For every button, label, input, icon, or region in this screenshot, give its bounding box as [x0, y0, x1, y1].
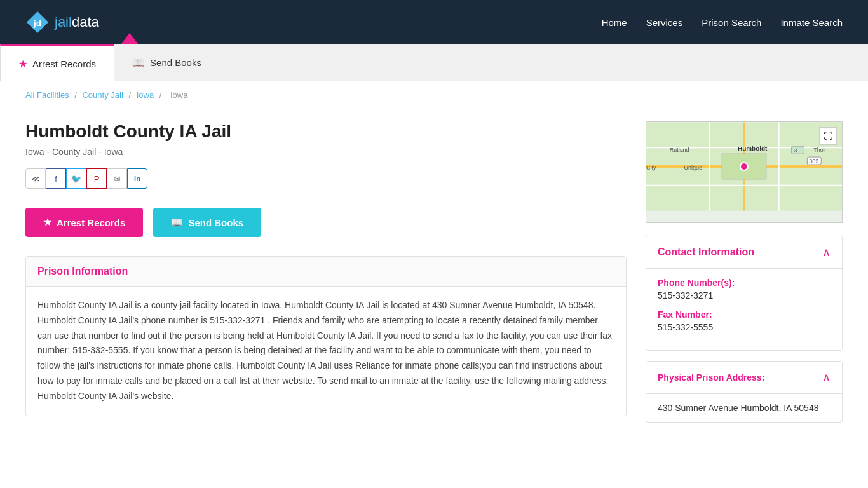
address-card-body: 430 Sumner Avenue Humboldt, IA 50548: [646, 394, 842, 422]
contact-card-title: Contact Information: [658, 247, 754, 258]
breadcrumb-sep-3: /: [159, 90, 164, 100]
breadcrumb-sep-1: /: [74, 90, 79, 100]
brand-logo[interactable]: jd jaildata: [25, 10, 99, 34]
contact-card-body: Phone Number(s): 515-332-3271 Fax Number…: [646, 269, 842, 350]
tab-arrest-records[interactable]: ★ Arrest Records: [0, 44, 114, 81]
nav-links: Home Services Prison Search Inmate Searc…: [602, 17, 843, 28]
address-card-header: Physical Prison Address: ∧: [646, 362, 842, 394]
page-subtitle: Iowa - County Jail - Iowa: [25, 147, 627, 157]
nav-home[interactable]: Home: [602, 17, 627, 28]
star-icon: ★: [18, 58, 27, 70]
arrest-records-button[interactable]: ★ Arrest Records: [25, 208, 143, 237]
breadcrumb-sep-2: /: [128, 90, 133, 100]
prison-info-card: Prison Information Humboldt County IA Ja…: [25, 256, 627, 416]
address-chevron-icon[interactable]: ∧: [822, 370, 831, 384]
fax-value: 515-332-5555: [658, 322, 831, 332]
left-column: Humboldt County IA Jail Iowa - County Ja…: [25, 121, 627, 423]
tab-arrest-records-label: Arrest Records: [32, 58, 96, 69]
breadcrumb-all-facilities[interactable]: All Facilities: [25, 90, 69, 100]
prison-info-header: Prison Information: [26, 257, 626, 287]
svg-text:3: 3: [794, 147, 797, 154]
share-icon-btn[interactable]: ≪: [25, 168, 46, 189]
linkedin-icon-btn[interactable]: in: [127, 168, 147, 189]
send-books-btn-label: Send Books: [188, 217, 243, 228]
contact-chevron-icon[interactable]: ∧: [822, 245, 831, 259]
logo-icon: jd: [25, 10, 50, 34]
breadcrumb: All Facilities / County Jail / Iowa / Io…: [0, 81, 868, 109]
address-card-title: Physical Prison Address:: [658, 372, 764, 383]
fax-label: Fax Number:: [658, 309, 831, 320]
svg-text:Unique: Unique: [684, 165, 702, 171]
brand-name: jaildata: [55, 14, 99, 30]
map-container: ⛶ Humboldt: [646, 121, 843, 223]
nav-services[interactable]: Services: [646, 17, 683, 28]
prison-description: Humboldt County IA Jail is a county jail…: [37, 298, 614, 404]
tab-send-books-label: Send Books: [150, 57, 201, 68]
breadcrumb-iowa-link[interactable]: Iowa: [137, 90, 154, 100]
map-svg: Humboldt Unique City 302 302 Rutland Tho…: [646, 122, 842, 211]
right-column: ⛶ Humboldt: [646, 121, 843, 423]
arrest-records-btn-label: Arrest Records: [57, 217, 125, 228]
book-icon: 📖: [132, 57, 145, 69]
svg-text:Rutland: Rutland: [670, 147, 689, 153]
nav-inmate-search[interactable]: Inmate Search: [780, 17, 843, 28]
phone-value: 515-332-3271: [658, 290, 831, 301]
breadcrumb-county-jail[interactable]: County Jail: [82, 90, 123, 100]
send-books-book-icon: 📖: [171, 217, 183, 228]
nav-prison-search[interactable]: Prison Search: [702, 17, 761, 28]
contact-card-header: Contact Information ∧: [646, 236, 842, 269]
pinterest-icon-btn[interactable]: P: [86, 168, 107, 189]
breadcrumb-iowa-current: Iowa: [170, 90, 187, 100]
svg-rect-19: [792, 146, 804, 154]
tab-indicator: [121, 33, 139, 44]
social-icons: ≪ f 🐦 P ✉ in: [25, 168, 627, 189]
contact-info-card: Contact Information ∧ Phone Number(s): 5…: [646, 236, 843, 351]
arrest-star-icon: ★: [43, 217, 51, 228]
email-icon-btn[interactable]: ✉: [107, 168, 127, 189]
svg-text:jd: jd: [33, 18, 41, 28]
map-fullscreen-button[interactable]: ⛶: [819, 127, 837, 145]
send-books-button[interactable]: 📖 Send Books: [153, 208, 261, 237]
tab-send-books[interactable]: 📖 Send Books: [114, 44, 219, 81]
svg-text:Thor: Thor: [813, 147, 825, 153]
phone-label: Phone Number(s):: [658, 278, 831, 288]
map-footer: Google ⌨ Map Data Terms Report a map err…: [646, 222, 842, 223]
address-value: 430 Sumner Avenue Humboldt, IA 50548: [658, 403, 818, 413]
action-buttons: ★ Arrest Records 📖 Send Books: [25, 208, 627, 237]
svg-point-21: [740, 163, 748, 170]
svg-text:City: City: [646, 165, 656, 171]
main-container: Humboldt County IA Jail Iowa - County Ja…: [0, 109, 868, 448]
prison-info-body: Humboldt County IA Jail is a county jail…: [26, 287, 626, 416]
page-title: Humboldt County IA Jail: [25, 121, 627, 142]
tab-bar: ★ Arrest Records 📖 Send Books: [0, 44, 868, 81]
facebook-icon-btn[interactable]: f: [46, 168, 66, 189]
svg-text:Humboldt: Humboldt: [738, 145, 768, 152]
address-card: Physical Prison Address: ∧ 430 Sumner Av…: [646, 361, 843, 423]
map-inner: ⛶ Humboldt: [646, 122, 842, 222]
svg-text:302: 302: [809, 158, 818, 165]
twitter-icon-btn[interactable]: 🐦: [66, 168, 86, 189]
